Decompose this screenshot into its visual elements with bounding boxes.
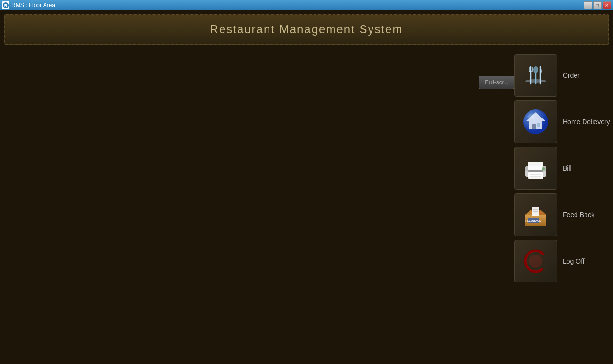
content-area: Full-scr...	[4, 52, 609, 360]
window-controls: _ □ ✕	[584, 1, 611, 9]
sidebar: Order	[514, 52, 609, 284]
bill-label: Bill	[563, 164, 572, 172]
close-button[interactable]: ✕	[603, 1, 611, 9]
nav-item-home-delivery[interactable]: Home Delievery	[514, 99, 609, 145]
window-title: RMS : Floor Area	[11, 2, 55, 9]
feedback-icon: FEEDBACK	[521, 200, 550, 229]
svg-point-9	[533, 66, 538, 73]
svg-rect-14	[537, 123, 540, 127]
bill-icon-box	[514, 147, 557, 190]
nav-item-bill[interactable]: Bill	[514, 145, 609, 191]
header-banner: Restaurant Management System	[4, 14, 609, 45]
home-delivery-label: Home Delievery	[563, 118, 610, 126]
feedback-label: Feed Back	[563, 211, 594, 218]
order-icon-box	[514, 54, 557, 97]
nav-item-feedback[interactable]: FEEDBACK Feed Back	[514, 191, 609, 238]
bill-icon	[521, 154, 550, 182]
nav-item-logoff[interactable]: Log Off	[514, 238, 609, 284]
logoff-label: Log Off	[563, 257, 585, 265]
home-delivery-icon-box	[514, 100, 557, 143]
svg-rect-19	[528, 172, 543, 179]
app-icon: R	[2, 1, 9, 9]
svg-rect-23	[528, 170, 543, 172]
logoff-icon	[521, 247, 550, 275]
app-title: Restaurant Management System	[210, 23, 403, 36]
logoff-icon-box	[514, 240, 557, 282]
order-icon	[521, 61, 550, 90]
svg-rect-13	[532, 124, 536, 129]
order-label: Order	[563, 72, 580, 79]
nav-item-order[interactable]: Order	[514, 52, 609, 99]
title-bar-left: R RMS : Floor Area	[2, 1, 55, 9]
window-body: Restaurant Management System Full-scr...	[0, 10, 613, 364]
maximize-button[interactable]: □	[593, 1, 602, 9]
svg-point-22	[542, 167, 545, 170]
home-delivery-icon	[521, 108, 550, 136]
feedback-icon-box: FEEDBACK	[514, 193, 557, 236]
svg-text:R: R	[4, 3, 8, 8]
fullscreen-button[interactable]: Full-scr...	[479, 76, 514, 89]
minimize-button[interactable]: _	[584, 1, 592, 9]
svg-rect-18	[528, 162, 543, 170]
svg-text:FEEDBACK: FEEDBACK	[525, 219, 541, 222]
svg-point-33	[529, 255, 542, 268]
title-bar: R RMS : Floor Area _ □ ✕	[0, 0, 613, 10]
